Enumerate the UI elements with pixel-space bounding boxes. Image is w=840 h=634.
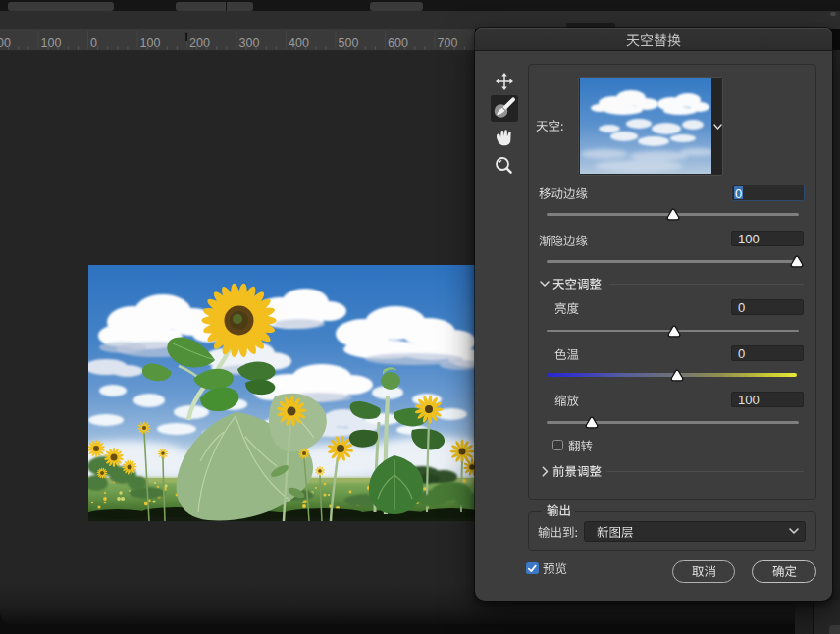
svg-text:0: 0 (90, 35, 97, 49)
svg-text:00: 00 (0, 35, 11, 49)
